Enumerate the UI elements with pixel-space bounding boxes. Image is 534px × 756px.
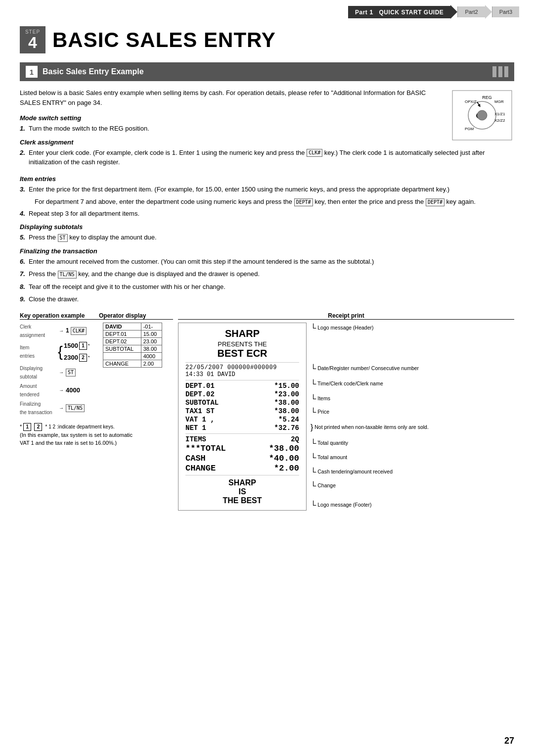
receipt-dept02: DEPT.02 *23.00 [185, 390, 299, 398]
subtotals-heading: Displaying subtotals [20, 223, 514, 231]
dept-key2: DEPT# [426, 198, 445, 206]
bracket-items: └ [311, 394, 316, 403]
section-lines [492, 66, 508, 77]
step-7-num: 7. [20, 269, 25, 279]
operator-display: DAVID -01- DEPT.01 15.00 DEPT.02 23.00 [103, 323, 173, 418]
disp-subtotal-val: 38.00 [141, 345, 162, 352]
display-table: DAVID -01- DEPT.01 15.00 DEPT.02 23.00 [103, 323, 162, 368]
annot-change: └ Change [311, 480, 429, 491]
nav-part1-title: QUICK START GUIDE [379, 9, 444, 16]
dept02-label: DEPT.02 [185, 390, 215, 398]
dept02-val: *23.00 [274, 390, 299, 398]
step-9-text: Close the drawer. [29, 295, 79, 303]
key-op-header: Key operation example Operator display [20, 312, 173, 320]
step-9: 9. Close the drawer. [20, 294, 514, 304]
annot-items: └ Items [311, 393, 429, 404]
cash-label: CASH [185, 454, 206, 463]
clerk-key-box: CLK# [71, 327, 87, 335]
dept-note-text1: For department 7 and above, enter the de… [35, 198, 294, 205]
subtotal-arrow: → [59, 368, 64, 377]
clk-key: CLK# [307, 149, 322, 157]
st-key: ST [58, 234, 68, 242]
step-8: 8. Tear off the receipt and give it to t… [20, 282, 514, 292]
step-6-text: Enter the amount received from the custo… [29, 258, 374, 265]
change-label: CHANGE [185, 464, 216, 473]
nav-part1-num: 1 [369, 8, 373, 16]
step-9-num: 9. [20, 294, 25, 304]
annot-change-text: Change [317, 482, 336, 488]
bracket-date-reg: └ [311, 364, 316, 373]
top-navigation: Part 1 QUICK START GUIDE Part2 Part3 [0, 0, 534, 21]
finalizing-op-label: Finalizingthe transaction [20, 400, 57, 417]
subtotal-op-row: Displayingsubtotal → ST [20, 364, 99, 381]
disp-dept01-label: DEPT.01 [103, 330, 141, 337]
disp-clerk-val: -01- [141, 323, 162, 330]
step-4-text: Repeat step 3 for all department items. [29, 210, 139, 217]
bracket-logo-footer: └ [311, 501, 316, 509]
annot-not-printed: } Not printed when non-taxable items onl… [311, 422, 429, 433]
step-3-num: 3. [20, 185, 25, 194]
finalizing-op-row: Finalizingthe transaction → TL/NS [20, 400, 99, 417]
annot-logo-header: └ Logo message (Header) [311, 323, 429, 333]
step-8-text: Tear off the receipt and give it to the … [29, 283, 225, 290]
annot-total-amt: └ Total amount [311, 452, 429, 463]
bracket-cash: └ [311, 468, 316, 476]
receipt-net1: NET 1 *32.76 [185, 424, 299, 432]
change-val: *2.00 [274, 464, 299, 473]
bracket-time-clerk: └ [311, 379, 316, 388]
disp-row-dept02: DEPT.02 23.00 [103, 337, 162, 345]
step-1-text: Turn the mode switch to the REG position… [29, 125, 149, 132]
receipt-tax1st: TAX1 ST *38.00 [185, 407, 299, 415]
annot-logo-header-text: Logo message (Header) [317, 324, 373, 330]
disp-dept02-label: DEPT.02 [103, 337, 141, 345]
svg-text:X1/Z1: X1/Z1 [494, 112, 505, 116]
net1-val: *32.76 [274, 424, 299, 432]
dept-note-text3: key again. [445, 198, 476, 205]
nav-part2-label: Part [465, 9, 475, 15]
receipt-date: 22/05/2007 000000#000009 [185, 364, 299, 371]
receipt-change: CHANGE *2.00 [185, 464, 299, 473]
clerk-num-entry: 1 [66, 326, 69, 335]
subtotal-label: SUBTOTAL [185, 399, 219, 407]
annot-total-qty-text: Total quantity [317, 440, 348, 446]
step-2: 2. Enter your clerk code. (For example, … [20, 148, 514, 167]
fn-badge2: 2 [34, 423, 42, 431]
bracket-not-printed: } [311, 423, 313, 431]
step-5: 5. Press the ST key to display the amoun… [20, 233, 514, 242]
step-2-num: 2. [20, 148, 25, 158]
footer1: SHARP [185, 478, 299, 487]
nav-part3[interactable]: Part3 [492, 6, 519, 17]
amount-arrow: → [59, 386, 64, 394]
receipt-dept01: DEPT.01 *15.00 [185, 382, 299, 390]
items-label: ITEMS [185, 435, 206, 443]
key-ops-left: Clerkassignment → 1 CLK# Itementries { 1… [20, 323, 99, 418]
disp-change-label: CHANGE [103, 360, 141, 367]
footer-note2: (In this example, tax system is set to a… [20, 431, 173, 439]
svg-text:REG: REG [482, 95, 492, 100]
receipt-and-annotations: SHARP PRESENTS THE BEST ECR 22/05/2007 0… [178, 323, 514, 511]
disp-amount-val: 4000 [141, 352, 162, 360]
disp-dept01-val: 15.00 [141, 330, 162, 337]
disp-change-val: 2.00 [141, 360, 162, 367]
subtotal-val: *38.00 [274, 399, 299, 407]
op-diagram: Clerkassignment → 1 CLK# Itementries { 1… [20, 323, 173, 418]
nav-part1[interactable]: Part 1 QUICK START GUIDE [348, 6, 450, 18]
step-8-num: 8. [20, 282, 25, 292]
operation-area: Key operation example Operator display C… [20, 312, 514, 511]
annot-logo-footer: └ Logo message (Footer) [311, 500, 429, 511]
disp-row-clerk: DAVID -01- [103, 323, 162, 330]
vat1-val: *5.24 [278, 416, 299, 424]
mode-switch-svg: REG OPX/Z MGR ⏻ X1/Z1 X2/Z2 PGM [450, 88, 514, 142]
step-7-text1: Press the [29, 270, 58, 278]
annot-total-amt-text: Total amount [317, 454, 347, 460]
step-3: 3. Enter the price for the first departm… [20, 185, 514, 194]
nav-part2-num: 2 [475, 9, 478, 15]
clerk-arrow: → [59, 327, 64, 335]
annot-date-reg-text: Date/Register number/ Consecutive number [317, 365, 419, 371]
annot-logo-footer-text: Logo message (Footer) [317, 501, 371, 507]
finalizing-heading: Finalizing the transaction [20, 247, 514, 255]
items-val: 2Q [291, 435, 299, 443]
item2-dept: 2 [79, 354, 87, 362]
nav-part2[interactable]: Part2 [457, 6, 485, 17]
step-4: 4. Repeat step 3 for all department item… [20, 209, 514, 219]
